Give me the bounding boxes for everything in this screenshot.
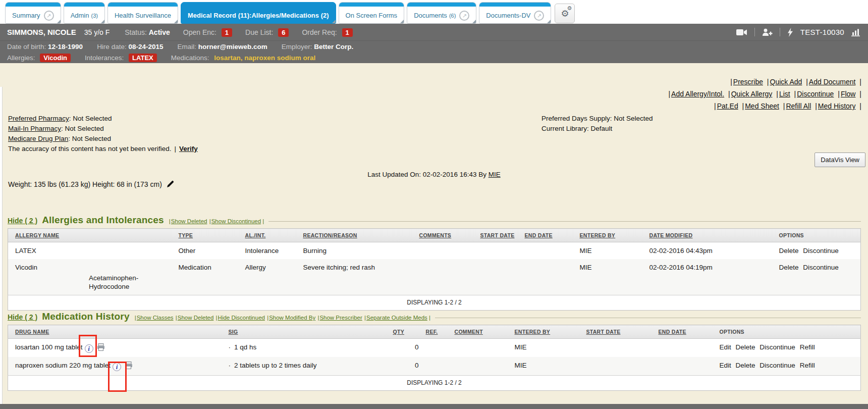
current-library-link[interactable]: Current Library — [541, 125, 587, 132]
due-list-badge[interactable]: 6 — [278, 28, 289, 37]
show-modified-by-link[interactable]: Show Modified By — [266, 315, 315, 321]
print-icon[interactable] — [125, 362, 133, 369]
action-links-row-3: Pat.Ed Med Sheet Refill All Med History — [666, 100, 861, 112]
refill-all-link[interactable]: Refill All — [781, 102, 811, 110]
col-date-modified[interactable]: DATE MODIFIED — [642, 229, 772, 242]
flow-link[interactable]: Flow — [836, 90, 855, 98]
pat-ed-link[interactable]: Pat.Ed — [712, 102, 738, 110]
external-link-icon[interactable]: ↗ — [44, 11, 54, 21]
col-reaction[interactable]: REACTION/REASON — [296, 229, 412, 242]
col-entered-by[interactable]: ENTERED BY — [573, 229, 642, 242]
add-allergy-intol-link[interactable]: Add Allergy/Intol. — [666, 90, 724, 98]
edit-option[interactable]: Edit — [720, 362, 731, 369]
settings-button[interactable]: ⚙ ⚙ — [555, 4, 575, 23]
col-start-date[interactable]: START DATE — [579, 325, 652, 339]
drug-name-cell: naproxen sodium 220 mg tableti — [8, 357, 222, 376]
col-sig[interactable]: SIG — [222, 325, 386, 339]
col-al-int[interactable]: AL./INT. — [238, 229, 296, 242]
verify-link[interactable]: Verify — [179, 145, 198, 152]
video-camera-icon[interactable] — [736, 29, 747, 36]
tab-health-surveillance[interactable]: Health Surveillance — [107, 2, 178, 24]
order-req-badge[interactable]: 1 — [342, 28, 353, 37]
discontinue-option[interactable]: Discontinue — [803, 247, 839, 254]
tab-documents[interactable]: Documents (6) ↗ — [407, 2, 476, 24]
col-entered-by[interactable]: ENTERED BY — [508, 325, 579, 339]
allergy-badge[interactable]: Vicodin — [40, 54, 71, 62]
medications-list[interactable]: losartan, naproxen sodium oral — [214, 54, 315, 62]
add-person-icon[interactable] — [762, 28, 773, 36]
tab-summary[interactable]: Summary ↗ — [5, 2, 61, 24]
meds-hide-link[interactable]: Hide ( 2 ) — [8, 313, 37, 321]
bottom-bar — [0, 404, 868, 409]
discontinue-option[interactable]: Discontinue — [760, 362, 795, 369]
col-comments[interactable]: COMMENTS — [412, 229, 473, 242]
discontinue-option[interactable]: Discontinue — [760, 343, 795, 351]
list-link[interactable]: List — [774, 90, 790, 98]
lightning-bolt-icon[interactable] — [787, 28, 793, 37]
col-drug-name[interactable]: DRUG NAME — [8, 325, 222, 339]
delete-option[interactable]: Delete — [779, 264, 799, 271]
meds-paging-row: DISPLAYING 1-2 / 2 — [8, 376, 861, 391]
edit-pencil-icon[interactable] — [167, 180, 174, 188]
refill-option[interactable]: Refill — [800, 343, 815, 351]
col-end-date[interactable]: END DATE — [518, 229, 573, 242]
col-start-date[interactable]: START DATE — [473, 229, 518, 242]
external-link-icon[interactable]: ↗ — [534, 11, 544, 21]
datavis-view-button[interactable]: DataVis View — [815, 152, 865, 167]
drug-info-icon[interactable]: i — [113, 363, 121, 371]
order-req: Order Req: 1 — [302, 28, 352, 36]
meds-section-header: Hide ( 2 ) Medication History Show Class… — [8, 311, 861, 322]
hide-discontinued-link[interactable]: Hide Discontinued — [215, 315, 265, 321]
mie-user-link[interactable]: MIE — [489, 171, 501, 178]
med-sheet-link[interactable]: Med Sheet — [740, 102, 779, 110]
col-comment[interactable]: COMMENT — [448, 325, 508, 339]
tab-label: Documents-DV — [486, 12, 530, 19]
show-deleted-link[interactable]: Show Deleted — [175, 315, 214, 321]
delete-option[interactable]: Delete — [779, 247, 799, 254]
quick-add-link[interactable]: Quick Add — [765, 78, 802, 86]
allergy-name-cell: LATEX — [8, 242, 172, 260]
print-icon[interactable] — [97, 343, 105, 351]
medicare-plan-link[interactable]: Medicare Drug Plan — [8, 135, 68, 142]
show-prescriber-link[interactable]: Show Prescriber — [317, 315, 362, 321]
divider — [171, 145, 179, 152]
drug-info-icon[interactable]: i — [85, 344, 93, 353]
gear-small-icon: ⚙ — [567, 6, 572, 11]
mailin-pharmacy-link[interactable]: Mail-In Pharmacy — [8, 125, 61, 132]
show-deleted-link[interactable]: Show Deleted — [169, 218, 207, 224]
show-classes-link[interactable]: Show Classes — [134, 315, 174, 321]
col-type[interactable]: TYPE — [172, 229, 238, 242]
chart-icon[interactable] — [851, 28, 861, 36]
medications-summary: Medications: losartan, naproxen sodium o… — [171, 54, 316, 62]
prescribe-link[interactable]: Prescribe — [728, 78, 763, 86]
col-ref[interactable]: REF. — [419, 325, 448, 339]
delete-option[interactable]: Delete — [736, 362, 755, 369]
preferred-pharmacy-link[interactable]: Preferred Pharmacy — [8, 115, 69, 122]
show-discontinued-link[interactable]: Show Discontinued — [209, 218, 261, 224]
tab-medical-record-active[interactable]: Medical Record (11):Allergies/Medication… — [181, 2, 336, 24]
intolerance-badge[interactable]: LATEX — [129, 54, 157, 62]
tab-admin[interactable]: Admin (3) — [64, 2, 105, 24]
separate-outside-meds-link[interactable]: Separate Outside Meds — [364, 315, 427, 321]
days-supply-link[interactable]: Preferred Days Supply — [541, 115, 610, 122]
quick-allergy-link[interactable]: Quick Allergy — [726, 90, 772, 98]
col-end-date[interactable]: END DATE — [652, 325, 713, 339]
open-enc-badge[interactable]: 1 — [222, 28, 232, 37]
allergies-hide-link[interactable]: Hide ( 2 ) — [8, 217, 37, 225]
external-link-icon[interactable]: ↗ — [459, 11, 469, 21]
tab-label: Medical Record (11):Allergies/Medication… — [188, 12, 329, 19]
add-document-link[interactable]: Add Document — [804, 78, 855, 86]
edit-option[interactable]: Edit — [720, 343, 731, 351]
tab-documents-dv[interactable]: Documents-DV ↗ — [479, 2, 551, 24]
delete-option[interactable]: Delete — [736, 343, 755, 351]
col-allergy-name[interactable]: ALLERGY NAME — [8, 229, 172, 242]
vitals-line: Weight: 135 lbs (61.23 kg) Height: 68 in… — [8, 180, 174, 188]
med-history-link[interactable]: Med History — [813, 102, 855, 110]
refill-option[interactable]: Refill — [800, 362, 815, 369]
col-qty[interactable]: QTY — [386, 325, 419, 339]
tab-on-screen-forms[interactable]: On Screen Forms — [339, 2, 405, 24]
discontinue-link[interactable]: Discontinue — [792, 90, 834, 98]
patient-name: SIMMONS, NICOLE — [7, 28, 76, 36]
allergies-header-row: ALLERGY NAME TYPE AL./INT. REACTION/REAS… — [8, 229, 861, 242]
discontinue-option[interactable]: Discontinue — [803, 264, 839, 271]
